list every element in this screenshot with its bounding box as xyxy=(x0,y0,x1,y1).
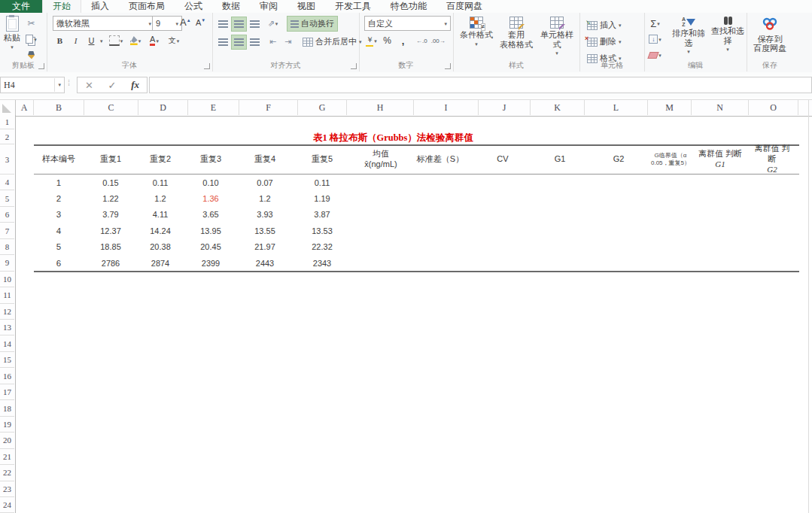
font-dialog-launcher-icon[interactable] xyxy=(204,63,210,69)
sample-id-cell[interactable]: 1 xyxy=(56,175,61,190)
row-header-8[interactable]: 8 xyxy=(0,239,14,255)
ribbon-tab-2[interactable]: 插入 xyxy=(81,0,119,13)
formula-bar-divider[interactable]: ⁞ xyxy=(68,78,70,87)
phonetic-button[interactable]: 文 ▾ xyxy=(167,34,181,47)
number-dialog-launcher-icon[interactable] xyxy=(445,63,451,69)
borders-button[interactable]: ▾ xyxy=(109,34,123,47)
row-header-22[interactable]: 22 xyxy=(0,465,14,481)
value-cell-r1c5[interactable]: 0.11 xyxy=(315,175,330,190)
value-cell-r6c4[interactable]: 2443 xyxy=(256,255,274,271)
column-header-A[interactable]: A xyxy=(15,100,34,115)
table-header-3[interactable]: 重复3 xyxy=(200,145,221,174)
row-header-7[interactable]: 7 xyxy=(0,223,14,238)
row-header-5[interactable]: 5 xyxy=(0,190,14,206)
column-header-O[interactable]: O xyxy=(749,100,798,115)
find-select-button[interactable]: 查找和选择 ▾ xyxy=(710,17,745,52)
table-header-8[interactable]: CV xyxy=(497,145,508,174)
alignment-dialog-launcher-icon[interactable] xyxy=(351,63,357,69)
ribbon-tab-8[interactable]: 开发工具 xyxy=(325,0,381,13)
value-cell-r3c2[interactable]: 4.11 xyxy=(153,207,169,223)
paste-button[interactable]: 粘贴 ▾ xyxy=(2,16,23,50)
value-cell-r6c3[interactable]: 2399 xyxy=(202,255,220,271)
ribbon-tab-5[interactable]: 数据 xyxy=(212,0,250,13)
sort-filter-button[interactable]: AZ 排序和筛选 ▾ xyxy=(668,17,709,54)
table-header-5[interactable]: 重复5 xyxy=(312,145,333,174)
column-header-N[interactable]: N xyxy=(692,100,749,115)
ribbon-tab-4[interactable]: 公式 xyxy=(175,0,212,13)
ribbon-tab-9[interactable]: 特色功能 xyxy=(381,0,436,13)
select-all-corner[interactable] xyxy=(0,100,16,115)
row-header-1[interactable]: 1 xyxy=(0,115,14,129)
cut-button[interactable]: ✂ xyxy=(24,17,38,30)
underline-dropdown-icon[interactable]: ▾ xyxy=(100,38,103,44)
table-header-11[interactable]: G临界值（α 0.05，重复5） xyxy=(651,145,690,174)
row-header-4[interactable]: 4 xyxy=(0,175,14,190)
decrease-indent-button[interactable]: ⇤ xyxy=(266,35,280,49)
table-header-4[interactable]: 重复4 xyxy=(254,145,275,174)
row-header-13[interactable]: 13 xyxy=(0,320,14,335)
value-cell-r6c5[interactable]: 2343 xyxy=(313,255,331,271)
table-header-9[interactable]: G1 xyxy=(555,145,566,174)
accounting-format-button[interactable]: ￥▾ xyxy=(364,34,379,47)
table-header-0[interactable]: 样本编号 xyxy=(42,145,75,174)
column-header-E[interactable]: E xyxy=(188,100,239,115)
column-header-C[interactable]: C xyxy=(84,100,138,115)
table-header-7[interactable]: 标准差（S） xyxy=(417,145,464,174)
merge-center-button[interactable]: 合并后居中 ▾ xyxy=(299,34,366,50)
align-center-button[interactable] xyxy=(231,35,247,50)
value-cell-r5c1[interactable]: 18.85 xyxy=(100,239,121,255)
autosum-button[interactable]: Σ▾ xyxy=(648,17,662,30)
fill-color-button[interactable]: ▾ xyxy=(129,34,143,47)
value-cell-r5c2[interactable]: 20.38 xyxy=(150,239,171,255)
conditional-formatting-button[interactable]: ≠ 条件格式 ▾ xyxy=(458,17,495,47)
insert-cells-button[interactable]: ↘ 插入 ▾ xyxy=(583,17,625,33)
value-cell-r1c4[interactable]: 0.07 xyxy=(257,175,272,190)
row-header-21[interactable]: 21 xyxy=(0,449,14,465)
ribbon-tab-0[interactable]: 文件 xyxy=(0,0,42,13)
sample-id-cell[interactable]: 4 xyxy=(56,223,61,238)
value-cell-r1c3[interactable]: 0.10 xyxy=(202,175,218,190)
value-cell-r1c2[interactable]: 0.11 xyxy=(153,175,169,190)
value-cell-r2c4[interactable]: 1.2 xyxy=(259,190,270,206)
ribbon-tab-7[interactable]: 视图 xyxy=(287,0,325,13)
scrollbar-edge[interactable] xyxy=(808,99,809,513)
wrap-text-button[interactable]: 自动换行 xyxy=(287,16,338,32)
delete-cells-button[interactable]: × 删除 ▾ xyxy=(583,34,625,50)
value-cell-r3c4[interactable]: 3.93 xyxy=(257,207,272,223)
row-header-16[interactable]: 16 xyxy=(0,368,14,384)
column-header-L[interactable]: L xyxy=(585,100,648,115)
row-header-10[interactable]: 10 xyxy=(0,272,14,287)
ribbon-tab-3[interactable]: 页面布局 xyxy=(119,0,175,13)
value-cell-r5c3[interactable]: 20.45 xyxy=(200,239,221,255)
name-box-dropdown-icon[interactable]: ▾ xyxy=(54,78,64,92)
cancel-icon[interactable]: ✕ xyxy=(85,80,93,91)
column-header-F[interactable]: F xyxy=(239,100,298,115)
column-header-B[interactable]: B xyxy=(34,100,84,115)
row-header-15[interactable]: 15 xyxy=(0,352,14,368)
column-header-J[interactable]: J xyxy=(479,100,531,115)
orientation-button[interactable]: ⇗▾ xyxy=(266,17,280,31)
sample-id-cell[interactable]: 2 xyxy=(56,190,61,206)
sample-id-cell[interactable]: 3 xyxy=(56,207,61,223)
row-header-24[interactable]: 24 xyxy=(0,497,14,513)
value-cell-r3c1[interactable]: 3.79 xyxy=(102,207,118,223)
sample-id-cell[interactable]: 5 xyxy=(56,239,61,255)
insert-function-icon[interactable]: fx xyxy=(131,79,139,91)
row-header-3[interactable]: 3 xyxy=(0,144,14,175)
value-cell-r4c1[interactable]: 12.37 xyxy=(100,223,121,238)
cell-styles-button[interactable]: 单元格样式 ▾ xyxy=(537,17,576,56)
font-size-select[interactable]: 9▾ xyxy=(152,16,182,31)
clipboard-dialog-launcher-icon[interactable] xyxy=(38,63,44,69)
format-as-table-button[interactable]: 套用 表格格式 xyxy=(497,17,536,49)
paste-dropdown-icon[interactable]: ▾ xyxy=(11,44,14,50)
value-cell-r2c5[interactable]: 1.19 xyxy=(314,190,330,206)
row-header-6[interactable]: 6 xyxy=(0,207,14,223)
row-header-19[interactable]: 19 xyxy=(0,417,14,433)
column-header-partial[interactable] xyxy=(798,100,809,115)
ribbon-tab-6[interactable]: 审阅 xyxy=(250,0,287,13)
value-cell-r4c5[interactable]: 13.53 xyxy=(312,223,333,238)
align-bottom-button[interactable] xyxy=(248,17,262,31)
table-header-12[interactable]: 离群值 判断G1 xyxy=(698,145,742,174)
increase-decimal-icon[interactable]: ←.0 xyxy=(416,38,427,44)
value-cell-r4c3[interactable]: 13.95 xyxy=(200,223,221,238)
